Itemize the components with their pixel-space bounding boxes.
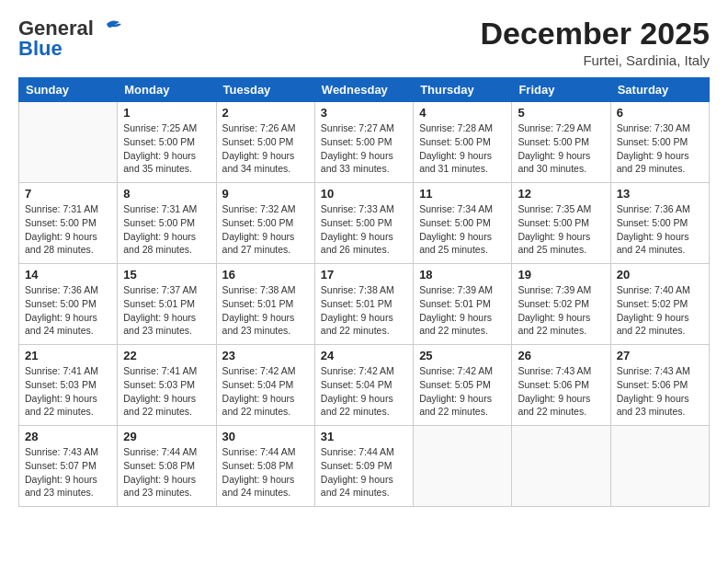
calendar-week-row: 7Sunrise: 7:31 AMSunset: 5:00 PMDaylight… <box>19 183 710 264</box>
calendar-cell: 23Sunrise: 7:42 AMSunset: 5:04 PMDayligh… <box>216 345 314 426</box>
day-number: 9 <box>222 187 309 201</box>
day-number: 18 <box>419 268 506 282</box>
calendar-cell <box>512 426 610 507</box>
calendar-week-row: 14Sunrise: 7:36 AMSunset: 5:00 PMDayligh… <box>19 264 710 345</box>
day-number: 11 <box>419 187 506 201</box>
day-info: Sunrise: 7:42 AMSunset: 5:04 PMDaylight:… <box>222 364 309 419</box>
day-info: Sunrise: 7:42 AMSunset: 5:04 PMDaylight:… <box>321 364 407 419</box>
calendar-cell: 19Sunrise: 7:39 AMSunset: 5:02 PMDayligh… <box>512 264 610 345</box>
calendar-cell: 27Sunrise: 7:43 AMSunset: 5:06 PMDayligh… <box>610 345 709 426</box>
day-info: Sunrise: 7:37 AMSunset: 5:01 PMDaylight:… <box>123 283 210 338</box>
day-number: 16 <box>222 268 309 282</box>
day-number: 5 <box>518 106 604 120</box>
day-info: Sunrise: 7:39 AMSunset: 5:01 PMDaylight:… <box>419 283 506 338</box>
calendar-cell <box>610 426 709 507</box>
day-number: 30 <box>222 430 309 443</box>
calendar-cell: 18Sunrise: 7:39 AMSunset: 5:01 PMDayligh… <box>414 264 512 345</box>
title-block: December 2025 Furtei, Sardinia, Italy <box>480 17 710 68</box>
day-number: 26 <box>518 349 604 362</box>
col-monday: Monday <box>118 78 216 102</box>
day-info: Sunrise: 7:29 AMSunset: 5:00 PMDaylight:… <box>518 121 604 176</box>
location: Furtei, Sardinia, Italy <box>480 52 710 68</box>
col-friday: Friday <box>512 78 610 102</box>
logo-blue-text: Blue <box>18 37 63 61</box>
calendar-cell <box>19 102 118 183</box>
day-number: 3 <box>321 106 407 120</box>
col-sunday: Sunday <box>19 78 118 102</box>
calendar-week-row: 28Sunrise: 7:43 AMSunset: 5:07 PMDayligh… <box>19 426 710 507</box>
day-number: 6 <box>617 106 703 120</box>
day-number: 10 <box>321 187 407 201</box>
day-number: 19 <box>518 268 604 282</box>
day-info: Sunrise: 7:36 AMSunset: 5:00 PMDaylight:… <box>25 283 111 338</box>
calendar-cell: 2Sunrise: 7:26 AMSunset: 5:00 PMDaylight… <box>216 102 314 183</box>
calendar-table: Sunday Monday Tuesday Wednesday Thursday… <box>18 77 710 507</box>
day-number: 13 <box>617 187 703 201</box>
calendar-cell: 28Sunrise: 7:43 AMSunset: 5:07 PMDayligh… <box>19 426 118 507</box>
day-info: Sunrise: 7:43 AMSunset: 5:06 PMDaylight:… <box>617 364 703 419</box>
day-number: 7 <box>25 187 111 201</box>
col-wednesday: Wednesday <box>314 78 413 102</box>
day-info: Sunrise: 7:30 AMSunset: 5:00 PMDaylight:… <box>617 121 703 176</box>
calendar-week-row: 21Sunrise: 7:41 AMSunset: 5:03 PMDayligh… <box>19 345 710 426</box>
day-info: Sunrise: 7:43 AMSunset: 5:06 PMDaylight:… <box>518 364 604 419</box>
col-saturday: Saturday <box>610 78 709 102</box>
month-title: December 2025 <box>480 17 710 51</box>
day-info: Sunrise: 7:44 AMSunset: 5:09 PMDaylight:… <box>321 445 407 500</box>
day-info: Sunrise: 7:36 AMSunset: 5:00 PMDaylight:… <box>617 202 703 257</box>
calendar-cell: 30Sunrise: 7:44 AMSunset: 5:08 PMDayligh… <box>216 426 314 507</box>
day-info: Sunrise: 7:31 AMSunset: 5:00 PMDaylight:… <box>123 202 210 257</box>
day-number: 21 <box>25 349 111 362</box>
calendar-cell: 17Sunrise: 7:38 AMSunset: 5:01 PMDayligh… <box>314 264 413 345</box>
calendar-cell: 6Sunrise: 7:30 AMSunset: 5:00 PMDaylight… <box>610 102 709 183</box>
day-number: 17 <box>321 268 407 282</box>
day-info: Sunrise: 7:40 AMSunset: 5:02 PMDaylight:… <box>617 283 703 338</box>
calendar-cell: 15Sunrise: 7:37 AMSunset: 5:01 PMDayligh… <box>118 264 216 345</box>
day-number: 1 <box>123 106 210 120</box>
day-number: 28 <box>25 430 111 443</box>
day-info: Sunrise: 7:26 AMSunset: 5:00 PMDaylight:… <box>222 121 309 176</box>
day-number: 23 <box>222 349 309 362</box>
day-number: 15 <box>123 268 210 282</box>
calendar-body: 1Sunrise: 7:25 AMSunset: 5:00 PMDaylight… <box>19 102 710 507</box>
day-info: Sunrise: 7:38 AMSunset: 5:01 PMDaylight:… <box>321 283 407 338</box>
calendar-cell: 7Sunrise: 7:31 AMSunset: 5:00 PMDaylight… <box>19 183 118 264</box>
day-number: 25 <box>419 349 506 362</box>
calendar-cell <box>414 426 512 507</box>
day-info: Sunrise: 7:39 AMSunset: 5:02 PMDaylight:… <box>518 283 604 338</box>
day-info: Sunrise: 7:32 AMSunset: 5:00 PMDaylight:… <box>222 202 309 257</box>
day-number: 27 <box>617 349 703 362</box>
calendar-cell: 3Sunrise: 7:27 AMSunset: 5:00 PMDaylight… <box>314 102 413 183</box>
day-number: 4 <box>419 106 506 120</box>
col-thursday: Thursday <box>414 78 512 102</box>
col-tuesday: Tuesday <box>216 78 314 102</box>
day-info: Sunrise: 7:35 AMSunset: 5:00 PMDaylight:… <box>518 202 604 257</box>
day-info: Sunrise: 7:42 AMSunset: 5:05 PMDaylight:… <box>419 364 506 419</box>
logo-bird-icon <box>99 18 123 39</box>
day-info: Sunrise: 7:34 AMSunset: 5:00 PMDaylight:… <box>419 202 506 257</box>
calendar-cell: 13Sunrise: 7:36 AMSunset: 5:00 PMDayligh… <box>610 183 709 264</box>
calendar-cell: 24Sunrise: 7:42 AMSunset: 5:04 PMDayligh… <box>314 345 413 426</box>
day-info: Sunrise: 7:41 AMSunset: 5:03 PMDaylight:… <box>123 364 210 419</box>
header: General Blue December 2025 Furtei, Sardi… <box>18 17 710 68</box>
day-number: 12 <box>518 187 604 201</box>
day-info: Sunrise: 7:33 AMSunset: 5:00 PMDaylight:… <box>321 202 407 257</box>
calendar-week-row: 1Sunrise: 7:25 AMSunset: 5:00 PMDaylight… <box>19 102 710 183</box>
day-number: 8 <box>123 187 210 201</box>
day-number: 29 <box>123 430 210 443</box>
day-number: 31 <box>321 430 407 443</box>
day-number: 2 <box>222 106 309 120</box>
calendar-cell: 20Sunrise: 7:40 AMSunset: 5:02 PMDayligh… <box>610 264 709 345</box>
day-info: Sunrise: 7:44 AMSunset: 5:08 PMDaylight:… <box>222 445 309 500</box>
calendar-cell: 8Sunrise: 7:31 AMSunset: 5:00 PMDaylight… <box>118 183 216 264</box>
calendar-cell: 4Sunrise: 7:28 AMSunset: 5:00 PMDaylight… <box>414 102 512 183</box>
calendar-cell: 9Sunrise: 7:32 AMSunset: 5:00 PMDaylight… <box>216 183 314 264</box>
day-info: Sunrise: 7:27 AMSunset: 5:00 PMDaylight:… <box>321 121 407 176</box>
calendar-cell: 16Sunrise: 7:38 AMSunset: 5:01 PMDayligh… <box>216 264 314 345</box>
calendar-header-row: Sunday Monday Tuesday Wednesday Thursday… <box>19 78 710 102</box>
day-number: 22 <box>123 349 210 362</box>
logo: General Blue <box>18 17 123 61</box>
day-info: Sunrise: 7:25 AMSunset: 5:00 PMDaylight:… <box>123 121 210 176</box>
calendar-cell: 25Sunrise: 7:42 AMSunset: 5:05 PMDayligh… <box>414 345 512 426</box>
calendar-cell: 12Sunrise: 7:35 AMSunset: 5:00 PMDayligh… <box>512 183 610 264</box>
